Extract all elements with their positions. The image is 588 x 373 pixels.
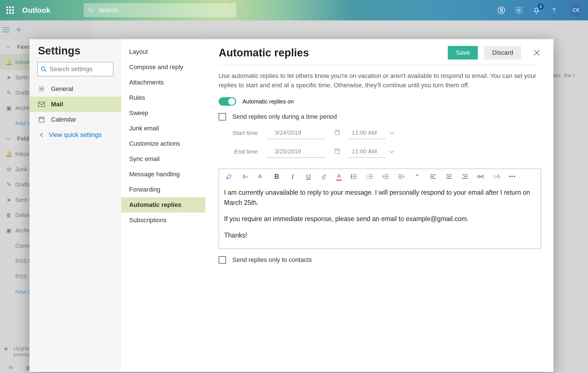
svg-point-14	[41, 88, 42, 90]
close-button[interactable]	[532, 48, 541, 57]
app-title: Outlook	[22, 6, 50, 15]
font-color-icon[interactable]: A	[336, 173, 342, 181]
settings-nav-general[interactable]: General	[29, 81, 121, 97]
settings-icon[interactable]	[514, 6, 523, 15]
reply-paragraph: If you require an immediate response, pl…	[224, 214, 536, 224]
contacts-only-checkbox[interactable]	[219, 256, 226, 264]
calendar-icon[interactable]	[334, 148, 340, 156]
reply-paragraph: Thanks!	[224, 230, 536, 241]
waffle-icon	[7, 7, 14, 14]
settings-modal: Settings General Mail Calendar View quic…	[29, 39, 553, 372]
svg-text:3: 3	[367, 177, 368, 179]
numbering-icon[interactable]: 123	[366, 173, 374, 181]
settings-nav-mail[interactable]: Mail	[29, 97, 121, 112]
editor-body[interactable]: I am currently unavailable to reply to y…	[219, 184, 541, 249]
view-quick-settings-link[interactable]: View quick settings	[29, 127, 121, 143]
subnav-autoreplies[interactable]: Automatic replies	[121, 197, 205, 213]
time-period-checkbox[interactable]	[219, 113, 226, 120]
settings-nav-label: Mail	[51, 101, 63, 108]
global-search-input[interactable]	[98, 6, 236, 14]
more-options-icon[interactable]: •••	[508, 173, 516, 181]
chevron-left-icon	[38, 133, 45, 137]
content-title: Automatic replies	[219, 47, 448, 59]
contacts-only-label: Send replies only to contacts	[232, 256, 312, 264]
svg-text:S: S	[500, 7, 503, 13]
svg-rect-16	[39, 117, 44, 122]
svg-rect-15	[39, 102, 45, 107]
settings-nav-label: Calendar	[51, 116, 76, 123]
subnav-sweep[interactable]: Sweep	[121, 105, 205, 121]
format-painter-icon[interactable]	[225, 173, 233, 181]
autoreplies-toggle[interactable]	[219, 97, 236, 106]
app-body: Favorites 🔔Inbox ➤Sent Items ✎Drafts ▣Ar…	[0, 20, 588, 373]
end-time-input[interactable]	[349, 145, 386, 158]
svg-point-4	[518, 9, 520, 11]
font-icon[interactable]: AA	[241, 173, 249, 181]
start-time-label: Start time	[230, 130, 258, 136]
subnav-customize[interactable]: Customize actions	[121, 136, 205, 151]
subnav-forwarding[interactable]: Forwarding	[121, 182, 205, 197]
subnav-sync[interactable]: Sync email	[121, 151, 205, 167]
align-left-icon[interactable]	[429, 173, 437, 181]
subnav-layout[interactable]: Layout	[121, 44, 205, 60]
skype-icon[interactable]: S	[497, 6, 506, 15]
content-description: Use automatic replies to let others know…	[219, 65, 539, 90]
gear-icon	[38, 86, 45, 92]
font-size-icon[interactable]: A˄	[257, 173, 265, 181]
user-avatar[interactable]: CK	[570, 4, 582, 16]
svg-line-13	[44, 70, 46, 72]
bullets-icon[interactable]	[350, 173, 358, 181]
highlight-icon[interactable]	[320, 173, 328, 181]
close-icon	[534, 50, 540, 56]
indent-icon[interactable]	[397, 173, 405, 181]
italic-icon[interactable]: I	[289, 173, 297, 181]
reply-paragraph: I am currently unavailable to reply to y…	[224, 188, 536, 208]
settings-sub-nav: Layout Compose and reply Attachments Rul…	[121, 39, 206, 372]
unlink-icon[interactable]	[493, 173, 500, 181]
settings-search[interactable]	[37, 62, 113, 76]
svg-point-33	[351, 176, 352, 177]
align-right-icon[interactable]	[461, 173, 469, 181]
help-icon[interactable]	[549, 6, 559, 15]
subnav-compose[interactable]: Compose and reply	[121, 60, 205, 75]
calendar-icon	[38, 116, 45, 123]
chevron-down-icon[interactable]	[389, 130, 394, 136]
chevron-down-icon[interactable]	[389, 149, 394, 155]
align-center-icon[interactable]	[445, 173, 453, 181]
calendar-icon[interactable]	[334, 129, 340, 137]
discard-button[interactable]: Discard	[484, 46, 521, 60]
settings-nav-label: General	[51, 85, 73, 93]
subnav-handling[interactable]: Message handling	[121, 167, 205, 182]
app-launcher[interactable]	[0, 7, 20, 14]
quote-icon[interactable]: ”	[413, 173, 421, 181]
end-date-input[interactable]	[266, 145, 326, 158]
time-period-label: Send replies only during a time period	[232, 113, 337, 120]
editor-toolbar: AA A˄ B I U A 123 ” •	[219, 169, 541, 184]
svg-point-35	[351, 178, 352, 179]
settings-primary-nav: Settings General Mail Calendar View quic…	[29, 39, 121, 372]
global-search[interactable]	[84, 3, 236, 17]
subnav-attachments[interactable]: Attachments	[121, 75, 205, 90]
subnav-subscriptions[interactable]: Subscriptions	[121, 213, 205, 228]
end-time-label: End time	[230, 148, 258, 155]
bold-icon[interactable]: B	[273, 173, 281, 181]
settings-search-input[interactable]	[49, 65, 110, 73]
subnav-rules[interactable]: Rules	[121, 90, 205, 105]
notifications-icon[interactable]: 4	[532, 6, 541, 15]
outdent-icon[interactable]	[382, 173, 389, 181]
link-icon[interactable]	[477, 173, 485, 181]
settings-nav-calendar[interactable]: Calendar	[29, 112, 121, 127]
quick-settings-label: View quick settings	[49, 131, 102, 139]
start-time-input[interactable]	[349, 127, 386, 139]
search-icon	[41, 66, 47, 72]
app-header: Outlook S 4 CK	[0, 0, 588, 20]
subnav-junk[interactable]: Junk email	[121, 121, 205, 136]
content-header: Automatic replies Save Discard	[219, 46, 541, 65]
underline-icon[interactable]: U	[304, 173, 312, 181]
notification-badge: 4	[538, 3, 544, 10]
save-button[interactable]: Save	[448, 46, 478, 60]
start-date-input[interactable]	[266, 127, 326, 139]
reply-editor: AA A˄ B I U A 123 ” •	[219, 169, 541, 249]
svg-rect-26	[335, 149, 340, 153]
svg-point-5	[554, 12, 554, 12]
